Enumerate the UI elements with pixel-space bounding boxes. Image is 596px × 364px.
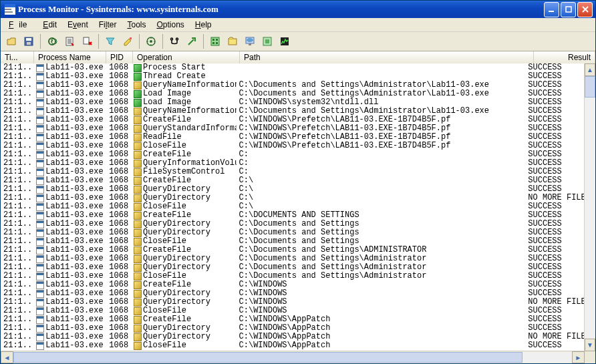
table-row[interactable]: 21:1...Lab11-03.exe1068QueryDirectoryC:\… [1, 298, 585, 307]
table-row[interactable]: 21:1...Lab11-03.exe1068QueryStandardInfo… [1, 124, 585, 133]
cell-operation: CloseFile [131, 202, 236, 211]
cell-path: C: [237, 168, 526, 176]
exe-icon [36, 194, 44, 202]
table-row[interactable]: 21:1...Lab11-03.exe1068QueryDirectoryC:\… [1, 194, 585, 202]
table-row[interactable]: 21:1...Lab11-03.exe1068QueryDirectoryC:\… [1, 254, 585, 263]
maximize-button[interactable] [561, 2, 576, 17]
highlight-button[interactable] [120, 33, 136, 49]
table-row[interactable]: 21:1...Lab11-03.exe1068CreateFileC:\WIND… [1, 315, 585, 324]
table-row[interactable]: 21:1...Lab11-03.exe1068CreateFileC:\DOCU… [1, 211, 585, 220]
cell-process: Lab11-03.exe [33, 202, 104, 211]
operation-icon [134, 81, 142, 89]
table-row[interactable]: 21:1...Lab11-03.exe1068QueryInformationV… [1, 159, 585, 168]
cell-time: 21:1... [1, 89, 33, 98]
scroll-track[interactable] [13, 352, 572, 363]
cell-path: C:\WINDOWS [237, 307, 526, 315]
cell-process: Lab11-03.exe [33, 142, 104, 150]
table-row[interactable]: 21:1...Lab11-03.exe1068Load ImageC:\Docu… [1, 89, 585, 98]
svg-rect-2 [5, 9, 11, 10]
scroll-down-icon[interactable]: ▼ [585, 339, 595, 351]
cell-process: Lab11-03.exe [33, 228, 104, 237]
column-time[interactable]: Ti... [1, 51, 34, 63]
cell-operation: Thread Create [131, 72, 236, 81]
table-row[interactable]: 21:1...Lab11-03.exe1068CloseFileC:\WINDO… [1, 142, 585, 150]
capture-button[interactable] [44, 33, 60, 49]
cell-result: SUCCESS [525, 263, 585, 272]
table-row[interactable]: 21:1...Lab11-03.exe1068QueryDirectoryC:\… [1, 228, 585, 237]
menu-filter[interactable]: Filter [94, 19, 122, 31]
menu-event[interactable]: Event [62, 19, 94, 31]
file-activity-button[interactable] [225, 33, 241, 49]
include-process-button[interactable] [143, 33, 159, 49]
table-row[interactable]: 21:1...Lab11-03.exe1068CreateFileC:\Docu… [1, 246, 585, 254]
cell-path: C:\Documents and Settings [237, 237, 526, 246]
table-row[interactable]: 21:1...Lab11-03.exe1068CloseFileC:\SUCCE… [1, 202, 585, 211]
table-row[interactable]: 21:1...Lab11-03.exe1068CloseFileC:\Docum… [1, 272, 585, 281]
network-activity-button[interactable] [242, 33, 258, 49]
cell-result: SUCCESS [525, 124, 585, 133]
scroll-thumb[interactable] [585, 76, 595, 98]
table-row[interactable]: 21:1...Lab11-03.exe1068Load ImageC:\WIND… [1, 98, 585, 107]
cell-pid: 1068 [105, 211, 131, 220]
scroll-left-icon[interactable]: ◄ [1, 351, 13, 363]
table-row[interactable]: 21:1...Lab11-03.exe1068Thread CreateSUCC… [1, 72, 585, 81]
find-button[interactable] [166, 33, 182, 49]
cell-time: 21:1... [1, 298, 33, 307]
menu-file[interactable]: File [3, 19, 37, 31]
scroll-up-icon[interactable]: ▲ [585, 63, 595, 76]
registry-activity-button[interactable] [207, 33, 223, 49]
cell-result: SUCCESS [525, 63, 585, 72]
cell-time: 21:1... [1, 333, 33, 341]
table-row[interactable]: 21:1...Lab11-03.exe1068Process StartSUCC… [1, 63, 585, 72]
table-row[interactable]: 21:1...Lab11-03.exe1068CreateFileC:\WIND… [1, 281, 585, 289]
table-row[interactable]: 21:1...Lab11-03.exe1068CreateFileC:SUCCE… [1, 150, 585, 159]
table-row[interactable]: 21:1...Lab11-03.exe1068QueryDirectoryC:\… [1, 185, 585, 194]
table-row[interactable]: 21:1...Lab11-03.exe1068CreateFileC:\WIND… [1, 116, 585, 124]
table-row[interactable]: 21:1...Lab11-03.exe1068QueryDirectoryC:\… [1, 289, 585, 298]
table-row[interactable]: 21:1...Lab11-03.exe1068FileSystemControl… [1, 168, 585, 176]
column-pid[interactable]: PID [106, 51, 133, 63]
event-list[interactable]: 21:1...Lab11-03.exe1068Process StartSUCC… [1, 63, 585, 351]
save-button[interactable] [21, 33, 37, 49]
table-row[interactable]: 21:1...Lab11-03.exe1068CloseFileC:\WINDO… [1, 307, 585, 315]
menu-help[interactable]: Help [190, 19, 217, 31]
table-row[interactable]: 21:1...Lab11-03.exe1068CreateFileC:\SUCC… [1, 176, 585, 185]
autoscroll-button[interactable] [61, 33, 78, 49]
open-button[interactable] [3, 33, 19, 49]
column-operation[interactable]: Operation [133, 51, 240, 63]
cell-operation: CreateFile [131, 315, 236, 324]
clear-button[interactable] [79, 33, 95, 49]
table-row[interactable]: 21:1...Lab11-03.exe1068ReadFileC:\WINDOW… [1, 133, 585, 142]
table-row[interactable]: 21:1...Lab11-03.exe1068QueryDirectoryC:\… [1, 333, 585, 341]
vertical-scrollbar[interactable]: ▲ ▼ [584, 63, 595, 351]
cell-path: C:\ [237, 176, 526, 185]
svg-rect-13 [130, 37, 132, 39]
scroll-track[interactable] [585, 76, 595, 339]
column-process[interactable]: Process Name [34, 51, 106, 63]
filter-button[interactable] [102, 33, 118, 49]
close-button[interactable] [577, 2, 593, 17]
column-path[interactable]: Path [240, 51, 534, 63]
process-activity-button[interactable] [259, 33, 275, 49]
table-row[interactable]: 21:1...Lab11-03.exe1068CloseFileC:\WINDO… [1, 341, 585, 350]
cell-path: C:\Documents and Settings\Administrator [237, 272, 526, 281]
profiling-button[interactable] [277, 33, 293, 49]
menu-edit[interactable]: Edit [37, 19, 62, 31]
table-row[interactable]: 21:1...Lab11-03.exe1068QueryNameInformat… [1, 107, 585, 116]
table-row[interactable]: 21:1...Lab11-03.exe1068QueryDirectoryC:\… [1, 263, 585, 272]
table-row[interactable]: 21:1...Lab11-03.exe1068CloseFileC:\Docum… [1, 237, 585, 246]
minimize-button[interactable] [544, 2, 559, 17]
menu-tools[interactable]: Tools [122, 19, 151, 31]
horizontal-scrollbar[interactable]: ◄ ► [1, 351, 585, 363]
exe-icon [36, 108, 44, 116]
titlebar[interactable]: Process Monitor - Sysinternals: www.sysi… [1, 1, 595, 18]
cell-time: 21:1... [1, 107, 33, 116]
table-row[interactable]: 21:1...Lab11-03.exe1068QueryDirectoryC:\… [1, 220, 585, 228]
jump-button[interactable] [184, 33, 200, 49]
menu-options[interactable]: Options [151, 19, 189, 31]
table-row[interactable]: 21:1...Lab11-03.exe1068QueryDirectoryC:\… [1, 324, 585, 333]
scroll-thumb[interactable] [13, 352, 523, 363]
scroll-right-icon[interactable]: ► [572, 351, 585, 363]
column-result[interactable]: Result [534, 51, 595, 63]
table-row[interactable]: 21:1...Lab11-03.exe1068QueryNameInformat… [1, 81, 585, 89]
